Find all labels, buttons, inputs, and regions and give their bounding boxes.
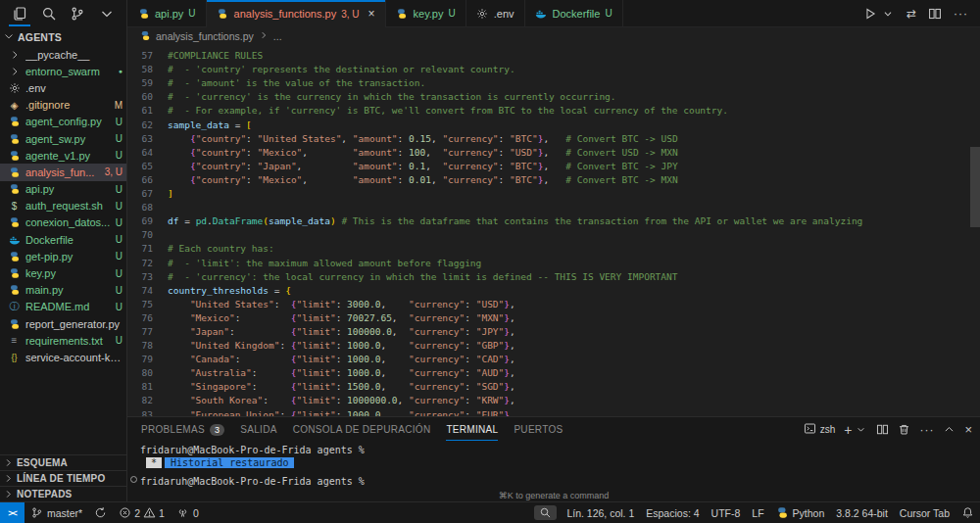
explorer-item[interactable]: agent_sw.pyU (0, 130, 126, 147)
statusbar-indentation[interactable]: Espacios: 4 (640, 502, 705, 523)
statusbar-notifications[interactable] (956, 502, 980, 523)
breadcrumb[interactable]: analysis_functions.py ... (127, 27, 980, 45)
code-line: 71# Each country has: (127, 242, 980, 256)
statusbar-interpreter[interactable]: 3.8.2 64-bit (830, 502, 894, 523)
explorer-item[interactable]: get-pip.pyU (0, 248, 126, 264)
chevron-right-icon (259, 30, 269, 42)
terminal-dropdown[interactable] (855, 423, 867, 436)
run-button[interactable] (863, 7, 877, 21)
sidebar-panel-l-nea-de-tiempo[interactable]: LÍNEA DE TIEMPO (0, 470, 126, 486)
git-status-badge: U (116, 234, 122, 245)
explorer-item[interactable]: {}service-account-key... (0, 349, 126, 365)
editor-tab[interactable]: key.pyU (386, 0, 466, 26)
explorer-item[interactable]: ◈.gitignoreM (0, 97, 126, 114)
editor-tab[interactable]: .env (466, 0, 525, 26)
breadcrumb-file: analysis_functions.py (156, 30, 254, 42)
close-icon[interactable]: × (368, 9, 375, 19)
line-content: sample_data = [ (168, 119, 252, 132)
split-editor-button[interactable] (928, 7, 942, 21)
explorer-item[interactable]: main.pyU (0, 282, 126, 299)
explorer-item[interactable]: api.pyU (0, 181, 126, 198)
tab-label: key.py (414, 8, 444, 20)
terminal-prompt-line: fridaruh@MacBook-Pro-de-Frida agents % (140, 444, 980, 456)
panel-tab-puertos[interactable]: PUERTOS (514, 417, 563, 442)
panel-tab-consola-de-depuraci-n[interactable]: CONSOLA DE DEPURACIÓN (293, 417, 431, 442)
statusbar-text: Python (793, 507, 825, 519)
statusbar-cursor-position[interactable]: Lín. 126, col. 1 (561, 502, 640, 523)
shell-indicator[interactable]: zsh (804, 422, 836, 437)
statusbar-language-mode[interactable]: Python (770, 502, 831, 523)
statusbar-eol[interactable]: LF (746, 502, 769, 523)
explorer-item[interactable]: $auth_request.shU (0, 198, 126, 214)
statusbar-cursor-tab[interactable]: Cursor Tab (894, 502, 956, 523)
statusbar-remote-indicator[interactable]: >< (0, 502, 24, 523)
problems-count-badge: 3 (210, 424, 224, 436)
git-status-badge: U (116, 217, 122, 228)
maximize-panel-button[interactable] (943, 423, 956, 436)
add-terminal-button[interactable]: + (844, 425, 852, 435)
code-line: 73# - 'currency': the local currency in … (127, 270, 980, 284)
sidebar-panel-esquema[interactable]: ESQUEMA (0, 454, 126, 470)
explorer-item[interactable]: ≡requirements.txtU (0, 332, 126, 349)
code-line: 77 "Japan": {"limit": 100000.0, "currenc… (127, 325, 980, 339)
code-line: 75 "United States": {"limit": 3000.0, "c… (127, 298, 980, 311)
explorer-item[interactable]: ⓘREADME.mdU (0, 299, 126, 315)
explorer-item[interactable]: entorno_swarm● (0, 63, 126, 79)
git-status-badge: U (116, 285, 122, 296)
editor-tab[interactable]: DockerfileU (525, 0, 623, 26)
run-dropdown[interactable] (881, 7, 895, 21)
statusbar-problems[interactable]: 21 (113, 502, 171, 523)
compare-changes-button[interactable]: ⇄ (906, 7, 916, 21)
editor-scrollbar[interactable] (970, 147, 980, 227)
activity-source-control-icon[interactable] (65, 1, 92, 26)
more-actions-button[interactable]: ··· (954, 7, 968, 21)
code-editor[interactable]: 5657#COMPLIANCE RULES58# - 'country' rep… (127, 45, 980, 416)
line-number: 78 (127, 339, 168, 353)
activity-chevron-down-icon[interactable] (93, 1, 121, 26)
explorer-item[interactable]: report_generator.py (0, 315, 126, 332)
editor-column: api.pyUanalysis_functions.py3, U×key.pyU… (127, 0, 980, 501)
explorer-item[interactable]: key.pyU (0, 264, 126, 281)
bottom-panel: PROBLEMAS3SALIDACONSOLA DE DEPURACIÓNTER… (127, 416, 980, 501)
git-status-badge: U (116, 117, 122, 127)
activity-search-icon[interactable] (35, 1, 63, 26)
statusbar-ports[interactable]: 0 (171, 502, 205, 523)
panel-tab-salida[interactable]: SALIDA (240, 417, 276, 442)
panel-tab-problemas[interactable]: PROBLEMAS3 (141, 417, 224, 442)
statusbar-sync-changes[interactable] (88, 502, 113, 523)
close-panel-button[interactable]: × (964, 422, 972, 437)
git-status-badge: M (115, 100, 122, 111)
file-label: agent_config.py (25, 116, 112, 127)
explorer-item[interactable]: analysis_fun...3, U (0, 164, 126, 180)
ellipsis-icon: ··· (919, 423, 934, 437)
panel-tab-terminal[interactable]: TERMINAL (446, 417, 498, 442)
more-panel-actions[interactable]: ··· (919, 423, 934, 437)
statusbar-encoding[interactable]: UTF-8 (706, 502, 747, 523)
explorer-item[interactable]: DockerfileU (0, 231, 126, 248)
git-status-badge: U (116, 251, 122, 262)
python-icon (7, 166, 22, 179)
explorer-item[interactable]: agent_config.pyU (0, 114, 126, 130)
editor-tab[interactable]: analysis_functions.py3, U× (207, 0, 386, 27)
line-number: 61 (127, 104, 168, 118)
kill-terminal-button[interactable] (898, 423, 910, 436)
git-status-badge: U (116, 268, 122, 279)
explorer-item[interactable]: __pycache__ (0, 46, 126, 63)
breadcrumb-more: ... (273, 30, 282, 42)
statusbar-zoom-control[interactable] (534, 505, 557, 520)
line-number: 60 (127, 90, 168, 104)
sidebar-panel-notepads[interactable]: NOTEPADS (0, 486, 126, 501)
chevron-down-icon (3, 30, 15, 44)
editor-tab[interactable]: api.pyU (127, 0, 207, 26)
code-line: 63 {"country": "United States", "amount"… (127, 132, 980, 146)
explorer-item[interactable]: .env (0, 79, 126, 96)
explorer-item[interactable]: agente_v1.pyU (0, 147, 126, 164)
activity-files-icon[interactable] (6, 1, 33, 26)
branch-icon (30, 506, 43, 519)
editor-actions: ⇄··· (852, 0, 980, 26)
split-terminal-button[interactable] (876, 423, 889, 436)
explorer-item[interactable]: conexion_datos...U (0, 214, 126, 231)
python-icon (776, 506, 789, 519)
statusbar-git-branch[interactable]: master* (24, 502, 88, 523)
explorer-root-header[interactable]: AGENTS (0, 27, 126, 46)
